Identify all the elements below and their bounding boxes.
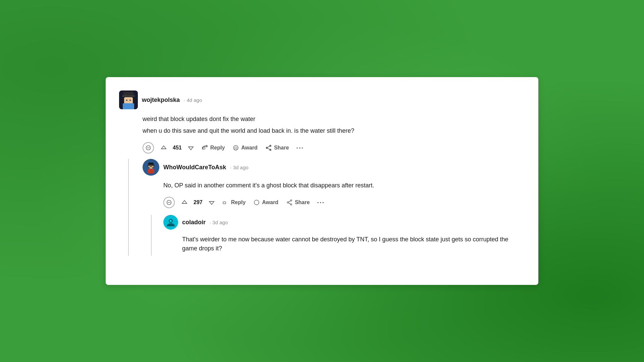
minus-icon-2: [167, 200, 171, 205]
svg-line-18: [288, 201, 290, 202]
share-button-2[interactable]: Share: [283, 197, 313, 207]
comment-header-3: coladoir · 3d ago: [163, 215, 525, 230]
vote-count-2: 297: [192, 199, 204, 205]
level3-reply: coladoir · 3d ago That's weirder to me n…: [163, 215, 525, 256]
downvote-button-2[interactable]: [205, 197, 218, 207]
upvote-icon: [161, 145, 167, 151]
timestamp-2: · 3d ago: [230, 165, 248, 170]
share-icon: [266, 145, 272, 151]
collapse-button-1[interactable]: [143, 142, 154, 154]
more-options-button-2[interactable]: ···: [314, 197, 327, 208]
comment-header-2: WhoWouldCareToAsk · 3d ago: [143, 159, 525, 176]
upvote-button-2[interactable]: [178, 197, 191, 207]
comment-body-2: No, OP said in another comment it's a gh…: [143, 181, 525, 208]
timestamp-3: · 3d ago: [210, 220, 228, 225]
thread-line-2: [143, 215, 163, 256]
comment-body-3: That's weirder to me now because water c…: [163, 235, 525, 256]
username-3[interactable]: coladoir: [182, 219, 206, 226]
svg-point-16: [290, 204, 292, 205]
avatar-coladoir: [163, 215, 178, 230]
comment-1: wojtekpolska · 4d ago weird that block u…: [119, 90, 525, 256]
award-button-1[interactable]: Award: [229, 143, 261, 153]
comment-body-1: weird that block updates dont fix the wa…: [119, 115, 525, 154]
reply-button-1[interactable]: Reply: [199, 143, 228, 153]
svg-line-19: [288, 203, 290, 204]
svg-rect-13: [223, 202, 226, 204]
downvote-icon-2: [209, 199, 215, 205]
upvote-icon-2: [181, 199, 187, 205]
collapse-button-2[interactable]: [163, 197, 175, 208]
more-options-button-1[interactable]: ···: [293, 142, 307, 153]
award-icon: [233, 145, 239, 151]
comment-text-1b: when u do this save and quit the world a…: [143, 126, 525, 135]
timestamp-1: · 4d ago: [184, 97, 202, 103]
comment-text-3: That's weirder to me now because water c…: [182, 235, 525, 253]
username-1[interactable]: wojtekpolska: [142, 97, 180, 104]
reply-icon-2: [223, 199, 229, 205]
avatar: [119, 90, 138, 109]
comment-card: wojtekpolska · 4d ago weird that block u…: [106, 77, 538, 285]
avatar-who: [143, 159, 159, 176]
downvote-button-1[interactable]: [184, 143, 197, 153]
comment-text-1a: weird that block updates dont fix the wa…: [143, 115, 525, 124]
svg-rect-5: [148, 169, 154, 173]
action-bar-1: 451 Reply: [143, 142, 525, 154]
comment-text-2: No, OP said in another comment it's a gh…: [163, 181, 525, 190]
award-button-2[interactable]: Award: [250, 197, 282, 207]
vote-group-1: 451: [157, 143, 197, 153]
thread-line-container: [119, 159, 143, 256]
vote-count-1: 451: [171, 145, 183, 151]
share-icon-2: [286, 199, 292, 205]
upvote-button-1[interactable]: [157, 143, 170, 153]
vote-group-2: 297: [178, 197, 218, 207]
avatar-who-graphic: [145, 161, 157, 173]
reply-icon: [202, 145, 208, 151]
reply-button-2[interactable]: Reply: [219, 197, 249, 207]
action-bar-2: 297 Repl: [163, 197, 525, 208]
svg-point-21: [170, 220, 172, 222]
avatar-coladoir-graphic: [165, 217, 176, 228]
svg-point-14: [254, 200, 259, 205]
replies-container: WhoWouldCareToAsk · 3d ago No, OP said i…: [143, 159, 525, 256]
share-button-1[interactable]: Share: [262, 143, 292, 153]
comment-2: WhoWouldCareToAsk · 3d ago No, OP said i…: [143, 159, 525, 256]
thread-wrapper-1: WhoWouldCareToAsk · 3d ago No, OP said i…: [119, 159, 525, 256]
downvote-icon: [188, 145, 194, 151]
thread-wrapper-2: coladoir · 3d ago That's weirder to me n…: [143, 215, 525, 256]
svg-rect-10: [147, 165, 155, 166]
username-2[interactable]: WhoWouldCareToAsk: [163, 164, 226, 171]
svg-point-15: [290, 200, 292, 201]
comment-3: coladoir · 3d ago That's weirder to me n…: [163, 215, 525, 256]
comment-header-1: wojtekpolska · 4d ago: [119, 90, 525, 109]
minus-icon: [146, 145, 151, 150]
svg-point-17: [287, 202, 288, 203]
award-icon-2: [254, 199, 260, 205]
